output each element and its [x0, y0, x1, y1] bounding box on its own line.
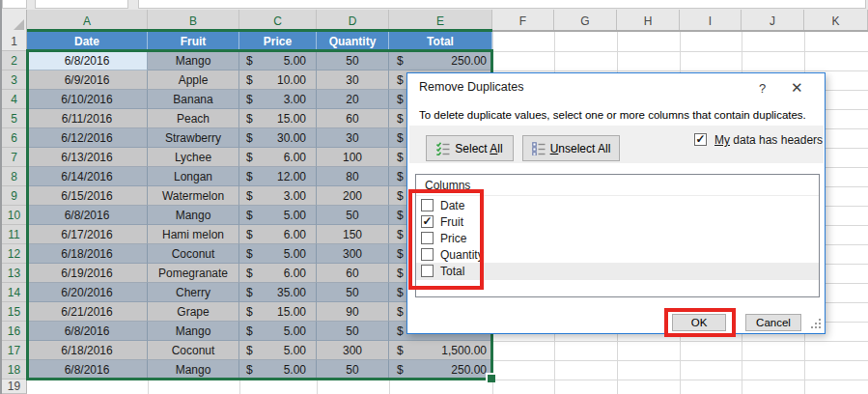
- cell-D2[interactable]: 50: [317, 51, 389, 70]
- row-header-11[interactable]: 11: [2, 225, 27, 244]
- cell-A7[interactable]: 6/13/2016: [27, 148, 148, 167]
- cell-C15[interactable]: $15.00: [239, 302, 317, 322]
- cell-D10[interactable]: 50: [317, 206, 389, 225]
- row-header-19[interactable]: 19: [2, 380, 27, 394]
- cell-C4[interactable]: $3.00: [239, 90, 317, 109]
- header-cell-quantity[interactable]: Quantity: [317, 32, 389, 51]
- row-header-2[interactable]: 2: [2, 51, 27, 70]
- select-all-button[interactable]: Select All: [426, 135, 514, 161]
- cell-C10[interactable]: $5.00: [239, 206, 317, 225]
- cell-C11[interactable]: $6.00: [239, 225, 317, 244]
- cell-C12[interactable]: $5.00: [239, 244, 317, 264]
- cell-C5[interactable]: $15.00: [239, 109, 317, 128]
- cell-D12[interactable]: 300: [317, 244, 389, 264]
- row-header-6[interactable]: 6: [2, 128, 27, 148]
- cell-C6[interactable]: $30.00: [239, 128, 317, 148]
- column-header-K[interactable]: K: [804, 10, 868, 32]
- close-icon[interactable]: ✕: [791, 79, 803, 97]
- cell-B11[interactable]: Hami melon: [148, 225, 239, 244]
- row-header-16[interactable]: 16: [2, 322, 27, 341]
- row-header-17[interactable]: 17: [2, 341, 27, 360]
- cell-D15[interactable]: 90: [317, 302, 389, 322]
- cell-D4[interactable]: 20: [317, 90, 389, 109]
- header-cell-date[interactable]: Date: [27, 32, 148, 51]
- cell-B13[interactable]: Pomegranate: [148, 264, 239, 283]
- cell-C8[interactable]: $12.00: [239, 167, 317, 186]
- header-cell-price[interactable]: Price: [239, 32, 317, 51]
- cell-A17[interactable]: 6/18/2016: [27, 341, 148, 360]
- cell-D3[interactable]: 30: [317, 70, 389, 90]
- cell-B15[interactable]: Grape: [148, 302, 239, 322]
- cell-A4[interactable]: 6/10/2016: [27, 90, 148, 109]
- cell-B9[interactable]: Watermelon: [148, 186, 239, 206]
- unselect-all-button[interactable]: Unselect All: [522, 135, 620, 161]
- row-header-18[interactable]: 18: [2, 360, 27, 380]
- row-header-4[interactable]: 4: [2, 90, 27, 109]
- row-header-12[interactable]: 12: [2, 244, 27, 264]
- row-header-3[interactable]: 3: [2, 70, 27, 90]
- cell-D18[interactable]: 50: [317, 360, 389, 380]
- row-header-9[interactable]: 9: [2, 186, 27, 206]
- header-cell-total[interactable]: Total: [389, 32, 492, 51]
- cell-A12[interactable]: 6/18/2016: [27, 244, 148, 264]
- cell-D17[interactable]: 300: [317, 341, 389, 360]
- cell-A3[interactable]: 6/9/2016: [27, 70, 148, 90]
- cell-A6[interactable]: 6/12/2016: [27, 128, 148, 148]
- cell-B14[interactable]: Cherry: [148, 283, 239, 302]
- cell-C9[interactable]: $3.00: [239, 186, 317, 206]
- cell-D7[interactable]: 100: [317, 148, 389, 167]
- cell-A2[interactable]: 6/8/2016: [27, 51, 148, 70]
- cell-A18[interactable]: 6/8/2016: [27, 360, 148, 380]
- cell-D14[interactable]: 50: [317, 283, 389, 302]
- help-icon[interactable]: ?: [759, 81, 766, 96]
- row-header-13[interactable]: 13: [2, 264, 27, 283]
- cell-E17[interactable]: $1,500.00: [389, 341, 492, 360]
- cell-D6[interactable]: 30: [317, 128, 389, 148]
- cell-C14[interactable]: $35.00: [239, 283, 317, 302]
- cancel-button[interactable]: Cancel: [745, 314, 801, 331]
- fill-handle[interactable]: [486, 373, 495, 382]
- cell-B12[interactable]: Coconut: [148, 244, 239, 264]
- column-header-J[interactable]: J: [742, 10, 804, 32]
- column-header-F[interactable]: F: [492, 10, 554, 32]
- cell-D13[interactable]: 60: [317, 264, 389, 283]
- row-header-7[interactable]: 7: [2, 148, 27, 167]
- cell-C13[interactable]: $6.00: [239, 264, 317, 283]
- cell-B3[interactable]: Apple: [148, 70, 239, 90]
- cell-A11[interactable]: 6/17/2016: [27, 225, 148, 244]
- cell-A16[interactable]: 6/8/2016: [27, 322, 148, 341]
- column-header-G[interactable]: G: [554, 10, 617, 32]
- cell-C16[interactable]: $5.00: [239, 322, 317, 341]
- cell-C2[interactable]: $5.00: [239, 51, 317, 70]
- name-box[interactable]: [2, 0, 27, 9]
- cell-B17[interactable]: Coconut: [148, 341, 239, 360]
- cell-A9[interactable]: 6/15/2016: [27, 186, 148, 206]
- cell-C18[interactable]: $5.00: [239, 360, 317, 380]
- cell-A13[interactable]: 6/19/2016: [27, 264, 148, 283]
- cell-B8[interactable]: Longan: [148, 167, 239, 186]
- row-header-15[interactable]: 15: [2, 302, 27, 322]
- cell-D11[interactable]: 150: [317, 225, 389, 244]
- cell-B2[interactable]: Mango: [148, 51, 239, 70]
- my-data-has-headers-label[interactable]: My data has headers: [714, 133, 823, 147]
- cell-B16[interactable]: Mango: [148, 322, 239, 341]
- cell-D9[interactable]: 200: [317, 186, 389, 206]
- cell-A15[interactable]: 6/21/2016: [27, 302, 148, 322]
- cell-A5[interactable]: 6/11/2016: [27, 109, 148, 128]
- column-header-H[interactable]: H: [617, 10, 680, 32]
- resize-grip-icon[interactable]: [811, 326, 813, 328]
- cell-A10[interactable]: 6/8/2016: [27, 206, 148, 225]
- cell-E18[interactable]: $250.00: [389, 360, 492, 380]
- cell-D16[interactable]: 50: [317, 322, 389, 341]
- cell-B4[interactable]: Banana: [148, 90, 239, 109]
- row-header-10[interactable]: 10: [2, 206, 27, 225]
- cell-B18[interactable]: Mango: [148, 360, 239, 380]
- my-data-has-headers-checkbox[interactable]: ✓: [694, 133, 707, 146]
- fx-box[interactable]: [35, 0, 128, 9]
- cell-C17[interactable]: $5.00: [239, 341, 317, 360]
- row-header-5[interactable]: 5: [2, 109, 27, 128]
- cell-B10[interactable]: Mango: [148, 206, 239, 225]
- cell-B5[interactable]: Peach: [148, 109, 239, 128]
- row-header-8[interactable]: 8: [2, 167, 27, 186]
- header-cell-fruit[interactable]: Fruit: [148, 32, 239, 51]
